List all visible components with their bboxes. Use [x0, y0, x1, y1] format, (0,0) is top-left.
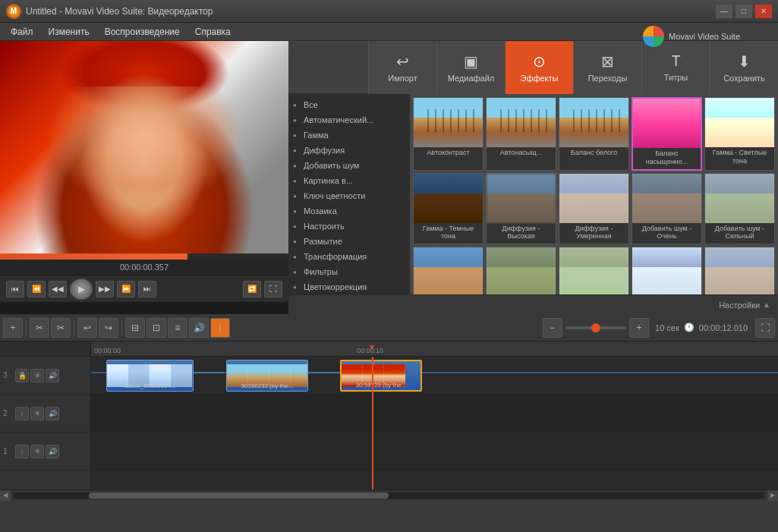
tracks-body: iStock_00000554... 30336232 (by the...	[91, 357, 778, 490]
go-start-button[interactable]: ⏮	[6, 281, 24, 297]
scroll-left-button[interactable]: ◀	[0, 490, 11, 501]
fullscreen-timeline-button[interactable]: ⛶	[755, 318, 775, 338]
filter-auto[interactable]: Автоматический...	[288, 112, 410, 127]
right-panel: ↩ Импорт ▣ Медиафайл ⊙ Эффекты ⊠ Переход…	[288, 41, 778, 314]
fit-button[interactable]: ⊟	[125, 318, 145, 338]
zoom-out-button[interactable]: −	[543, 318, 562, 338]
playhead[interactable]	[372, 357, 373, 490]
filter-extra4[interactable]: ...	[632, 247, 702, 294]
go-end-button[interactable]: ⏭	[138, 281, 156, 297]
filter-all[interactable]: Все	[288, 97, 410, 112]
titles-button[interactable]: T Титры	[641, 41, 710, 94]
menu-file[interactable]: Файл	[3, 25, 41, 39]
import-button[interactable]: ↩ Импорт	[368, 41, 436, 94]
separator-2	[74, 320, 74, 335]
filter-extra1[interactable]: ...	[413, 247, 483, 294]
undo-button[interactable]: ↩	[77, 318, 97, 338]
filter-noise-hi[interactable]: Добавить шум - Очень	[632, 173, 702, 245]
redo-button[interactable]: ↪	[99, 318, 118, 338]
clip-istock[interactable]: iStock_00000554...	[106, 360, 194, 392]
filter-blur[interactable]: Размытие	[288, 234, 410, 249]
zoom-slider[interactable]	[565, 326, 626, 329]
track-2-eye[interactable]: 👁	[30, 407, 44, 420]
track-3-mute[interactable]: 🔊	[46, 369, 59, 382]
filter-noise[interactable]: Добавить шум	[288, 158, 410, 173]
scroll-thumb[interactable]	[89, 493, 389, 499]
filter-mosaic[interactable]: Мозаика	[288, 203, 410, 219]
time-ruler: 00:00:00 00:00:10	[91, 342, 778, 357]
track-3-lock[interactable]: 🔒	[15, 369, 29, 382]
zoom-in-button[interactable]: +	[629, 318, 649, 338]
filter-area: Все Автоматический... Гамма Диффузия Доб…	[288, 94, 778, 294]
track-1-eye[interactable]: 👁	[30, 445, 44, 458]
maximize-button[interactable]: □	[735, 5, 752, 18]
filter-gamma-bright[interactable]: Гамма - Светлые тона	[704, 97, 775, 171]
filter-gamma-dark[interactable]: Гамма - Темные тона	[413, 173, 483, 245]
app-icon: M	[6, 4, 21, 19]
filter-autosaturation-label: Автонасыщ...	[499, 147, 543, 164]
filter-gamma[interactable]: Гамма	[288, 127, 410, 143]
filter-extra5[interactable]: ...	[704, 247, 775, 294]
transitions-button[interactable]: ⊠ Переходы	[573, 41, 641, 94]
track-1-mute[interactable]: 🔊	[46, 445, 59, 458]
transitions-icon: ⊠	[601, 52, 614, 71]
filter-adjust[interactable]: Настроить	[288, 219, 410, 234]
track-1-music[interactable]: ♪	[15, 445, 29, 458]
step-forward-button[interactable]: ⏩	[117, 281, 135, 297]
menu-playback[interactable]: Воспроизведение	[97, 25, 187, 39]
titles-label: Титры	[664, 73, 688, 82]
clip-3058729[interactable]: 30:58729 (by the...	[340, 360, 422, 392]
clip-30336232[interactable]: 30336232 (by the...	[226, 360, 308, 392]
crop-button[interactable]: ⊡	[146, 318, 166, 338]
track-3-eye[interactable]: 👁	[30, 369, 44, 382]
filter-diffuse-high[interactable]: Диффузия - Высокая	[486, 173, 556, 245]
filter-whitebalance2-thumb	[633, 99, 701, 148]
filter-extra2[interactable]: ...	[486, 247, 556, 294]
rewind-button[interactable]: ◀◀	[49, 281, 67, 297]
filter-noise-lo[interactable]: Добавить шум - Сильный	[704, 173, 775, 245]
filter-pip[interactable]: Картинка в...	[288, 173, 410, 188]
volume-button[interactable]: 🔊	[189, 318, 209, 338]
separator-1	[26, 320, 27, 335]
close-button[interactable]: ✕	[755, 5, 772, 18]
track-2-mute[interactable]: 🔊	[46, 407, 59, 420]
filter-whitebalance2[interactable]: Баланс насыщенно...	[632, 97, 702, 171]
loop-button[interactable]: 🔁	[243, 281, 261, 297]
scroll-track[interactable]	[14, 493, 764, 499]
fullscreen-button[interactable]: ⛶	[264, 281, 282, 297]
filter-autocontrast[interactable]: Автоконтраст	[413, 97, 483, 171]
filter-diffuse[interactable]: Диффузия	[288, 143, 410, 158]
save-button[interactable]: ⬇ Сохранить	[710, 41, 778, 94]
menu-help[interactable]: Справка	[187, 25, 238, 39]
filter-whitebalance[interactable]: Баланс белого	[559, 97, 629, 171]
filter-chroma[interactable]: Ключ цветности	[288, 188, 410, 203]
menu-edit[interactable]: Изменить	[41, 25, 97, 39]
cut-button[interactable]: ✂	[51, 318, 71, 338]
mediafile-button[interactable]: ▣ Медиафайл	[436, 41, 505, 94]
preview-progress-bar[interactable]	[0, 253, 288, 260]
clock-icon: 🕐	[684, 323, 695, 332]
step-back-button[interactable]: ⏪	[27, 281, 46, 297]
fast-forward-button[interactable]: ▶▶	[96, 281, 114, 297]
add-track-button[interactable]: +	[3, 318, 23, 338]
effects-button[interactable]: ⊙ Эффекты	[505, 41, 573, 94]
play-button[interactable]: ▶	[70, 279, 93, 300]
track-row-3: iStock_00000554... 30336232 (by the...	[91, 357, 778, 395]
filter-diffuse-high-label: Диффузия - Высокая	[487, 223, 556, 241]
filter-extra2-thumb	[487, 247, 556, 294]
filter-transform[interactable]: Трансформация	[288, 249, 410, 264]
title-overlay-button[interactable]: ≡	[168, 318, 187, 338]
minimize-button[interactable]: —	[716, 5, 732, 18]
filter-noise-hi-thumb	[632, 174, 701, 223]
filter-active-button[interactable]: ⫶	[210, 318, 230, 338]
filter-extra3[interactable]: ...	[559, 247, 629, 294]
track-2-music[interactable]: ♪	[15, 407, 29, 420]
filter-diffuse-med[interactable]: Диффузия - Умеренная	[559, 173, 629, 245]
scroll-right-button[interactable]: ▶	[767, 490, 778, 501]
split-button[interactable]: ✂	[30, 318, 49, 338]
filter-grid: Автоконтраст Автонасыщ... Баланс белого …	[410, 94, 778, 294]
filter-color[interactable]: Цветокоррекция	[288, 279, 410, 294]
title-bar: M Untitled - Movavi Video Suite: Видеоре…	[0, 0, 778, 23]
filter-filters[interactable]: Фильтры	[288, 264, 410, 279]
filter-autosaturation[interactable]: Автонасыщ...	[486, 97, 556, 171]
